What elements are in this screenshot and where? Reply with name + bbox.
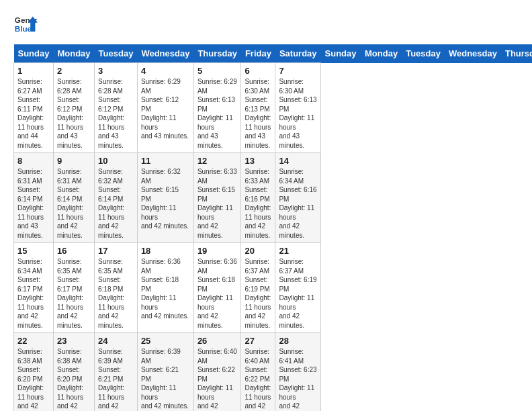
calendar-day-header: Friday (241, 44, 275, 63)
calendar-day-cell: 23Sunrise: 6:38 AM Sunset: 6:20 PM Dayli… (53, 333, 94, 412)
calendar-day-cell: 28Sunrise: 6:41 AM Sunset: 6:23 PM Dayli… (275, 333, 321, 412)
day-info: Sunrise: 6:36 AM Sunset: 6:18 PM Dayligh… (197, 257, 238, 330)
day-number: 17 (98, 246, 134, 256)
calendar-day-cell: 7Sunrise: 6:30 AM Sunset: 6:13 PM Daylig… (275, 63, 321, 153)
calendar-day-cell: 22Sunrise: 6:38 AM Sunset: 6:20 PM Dayli… (14, 333, 54, 412)
calendar-day-cell: 26Sunrise: 6:40 AM Sunset: 6:22 PM Dayli… (193, 333, 241, 412)
day-number: 11 (141, 156, 190, 166)
calendar-day-cell: 6Sunrise: 6:30 AM Sunset: 6:13 PM Daylig… (241, 63, 275, 153)
day-number: 28 (279, 336, 317, 346)
calendar-day-cell: 2Sunrise: 6:28 AM Sunset: 6:12 PM Daylig… (53, 63, 94, 153)
day-info: Sunrise: 6:38 AM Sunset: 6:20 PM Dayligh… (17, 347, 50, 411)
day-number: 21 (279, 246, 317, 256)
calendar-day-cell: 8Sunrise: 6:31 AM Sunset: 6:14 PM Daylig… (14, 153, 54, 243)
day-number: 6 (245, 66, 271, 76)
day-info: Sunrise: 6:34 AM Sunset: 6:16 PM Dayligh… (279, 167, 317, 240)
day-info: Sunrise: 6:28 AM Sunset: 6:12 PM Dayligh… (98, 77, 134, 150)
day-info: Sunrise: 6:35 AM Sunset: 6:18 PM Dayligh… (98, 257, 134, 330)
calendar-header-row: SundayMondayTuesdayWednesdayThursdayFrid… (14, 44, 533, 63)
day-info: Sunrise: 6:28 AM Sunset: 6:12 PM Dayligh… (57, 77, 91, 150)
day-info: Sunrise: 6:39 AM Sunset: 6:21 PM Dayligh… (141, 347, 190, 411)
day-number: 18 (141, 246, 190, 256)
calendar-day-header: Thursday (193, 44, 241, 63)
day-number: 4 (141, 66, 190, 76)
day-number: 5 (197, 66, 238, 76)
calendar-day-header: Sunday (14, 44, 54, 63)
day-info: Sunrise: 6:39 AM Sunset: 6:21 PM Dayligh… (98, 347, 134, 411)
day-info: Sunrise: 6:30 AM Sunset: 6:13 PM Dayligh… (245, 77, 271, 150)
calendar-day-header: Wednesday (137, 44, 193, 63)
calendar-table: SundayMondayTuesdayWednesdayThursdayFrid… (13, 44, 532, 411)
calendar-day-cell: 19Sunrise: 6:36 AM Sunset: 6:18 PM Dayli… (193, 243, 241, 333)
calendar-day-cell: 9Sunrise: 6:31 AM Sunset: 6:14 PM Daylig… (53, 153, 94, 243)
day-info: Sunrise: 6:41 AM Sunset: 6:23 PM Dayligh… (279, 347, 317, 411)
calendar-day-cell: 27Sunrise: 6:40 AM Sunset: 6:22 PM Dayli… (241, 333, 275, 412)
calendar-day-cell: 25Sunrise: 6:39 AM Sunset: 6:21 PM Dayli… (137, 333, 193, 412)
calendar-day-header: Wednesday (445, 44, 501, 63)
calendar-day-cell: 3Sunrise: 6:28 AM Sunset: 6:12 PM Daylig… (95, 63, 138, 153)
calendar-day-cell: 20Sunrise: 6:37 AM Sunset: 6:19 PM Dayli… (241, 243, 275, 333)
calendar-day-header: Monday (53, 44, 94, 63)
day-number: 26 (197, 336, 238, 346)
day-number: 3 (98, 66, 134, 76)
calendar-day-cell: 4Sunrise: 6:29 AM Sunset: 6:12 PM Daylig… (137, 63, 193, 153)
day-info: Sunrise: 6:31 AM Sunset: 6:14 PM Dayligh… (17, 167, 50, 240)
calendar-day-cell: 5Sunrise: 6:29 AM Sunset: 6:13 PM Daylig… (193, 63, 241, 153)
calendar-day-header: Monday (361, 44, 402, 63)
day-number: 15 (17, 246, 50, 256)
day-number: 19 (197, 246, 238, 256)
calendar-day-header: Sunday (321, 44, 361, 63)
calendar-day-cell: 16Sunrise: 6:35 AM Sunset: 6:17 PM Dayli… (53, 243, 94, 333)
calendar-week-row: 15Sunrise: 6:34 AM Sunset: 6:17 PM Dayli… (14, 243, 533, 333)
day-info: Sunrise: 6:32 AM Sunset: 6:15 PM Dayligh… (141, 167, 190, 231)
day-number: 7 (279, 66, 317, 76)
svg-text:Blue: Blue (15, 24, 32, 33)
calendar-day-cell: 21Sunrise: 6:37 AM Sunset: 6:19 PM Dayli… (275, 243, 321, 333)
day-number: 25 (141, 336, 190, 346)
day-number: 8 (17, 156, 50, 166)
day-info: Sunrise: 6:32 AM Sunset: 6:14 PM Dayligh… (98, 167, 134, 240)
calendar-day-cell: 13Sunrise: 6:33 AM Sunset: 6:16 PM Dayli… (241, 153, 275, 243)
day-info: Sunrise: 6:29 AM Sunset: 6:12 PM Dayligh… (141, 77, 190, 141)
logo-icon: General Blue (13, 13, 38, 38)
calendar-day-header: Tuesday (402, 44, 445, 63)
day-info: Sunrise: 6:40 AM Sunset: 6:22 PM Dayligh… (245, 347, 271, 411)
calendar-day-cell: 24Sunrise: 6:39 AM Sunset: 6:21 PM Dayli… (95, 333, 138, 412)
calendar-day-cell: 12Sunrise: 6:33 AM Sunset: 6:15 PM Dayli… (193, 153, 241, 243)
day-number: 24 (98, 336, 134, 346)
day-info: Sunrise: 6:33 AM Sunset: 6:15 PM Dayligh… (197, 167, 238, 240)
calendar-day-header: Thursday (501, 44, 532, 63)
calendar-day-cell: 11Sunrise: 6:32 AM Sunset: 6:15 PM Dayli… (137, 153, 193, 243)
day-number: 23 (57, 336, 91, 346)
day-number: 9 (57, 156, 91, 166)
day-info: Sunrise: 6:34 AM Sunset: 6:17 PM Dayligh… (17, 257, 50, 330)
day-number: 27 (245, 336, 271, 346)
day-number: 20 (245, 246, 271, 256)
calendar-day-header: Saturday (275, 44, 321, 63)
day-info: Sunrise: 6:37 AM Sunset: 6:19 PM Dayligh… (245, 257, 271, 330)
day-info: Sunrise: 6:40 AM Sunset: 6:22 PM Dayligh… (197, 347, 238, 411)
day-info: Sunrise: 6:35 AM Sunset: 6:17 PM Dayligh… (57, 257, 91, 330)
day-info: Sunrise: 6:37 AM Sunset: 6:19 PM Dayligh… (279, 257, 317, 330)
day-number: 14 (279, 156, 317, 166)
day-info: Sunrise: 6:29 AM Sunset: 6:13 PM Dayligh… (197, 77, 238, 150)
calendar-day-cell: 14Sunrise: 6:34 AM Sunset: 6:16 PM Dayli… (275, 153, 321, 243)
day-info: Sunrise: 6:30 AM Sunset: 6:13 PM Dayligh… (279, 77, 317, 150)
calendar-day-cell: 17Sunrise: 6:35 AM Sunset: 6:18 PM Dayli… (95, 243, 138, 333)
day-info: Sunrise: 6:38 AM Sunset: 6:20 PM Dayligh… (57, 347, 91, 411)
calendar-day-cell: 18Sunrise: 6:36 AM Sunset: 6:18 PM Dayli… (137, 243, 193, 333)
day-number: 1 (17, 66, 50, 76)
calendar-day-cell: 10Sunrise: 6:32 AM Sunset: 6:14 PM Dayli… (95, 153, 138, 243)
day-number: 2 (57, 66, 91, 76)
day-number: 12 (197, 156, 238, 166)
calendar-week-row: 8Sunrise: 6:31 AM Sunset: 6:14 PM Daylig… (14, 153, 533, 243)
day-number: 16 (57, 246, 91, 256)
day-info: Sunrise: 6:33 AM Sunset: 6:16 PM Dayligh… (245, 167, 271, 240)
header: General Blue (13, 13, 519, 38)
day-number: 10 (98, 156, 134, 166)
day-number: 22 (17, 336, 50, 346)
day-info: Sunrise: 6:36 AM Sunset: 6:18 PM Dayligh… (141, 257, 190, 321)
calendar-week-row: 22Sunrise: 6:38 AM Sunset: 6:20 PM Dayli… (14, 333, 533, 412)
calendar-day-header: Tuesday (95, 44, 138, 63)
day-number: 13 (245, 156, 271, 166)
